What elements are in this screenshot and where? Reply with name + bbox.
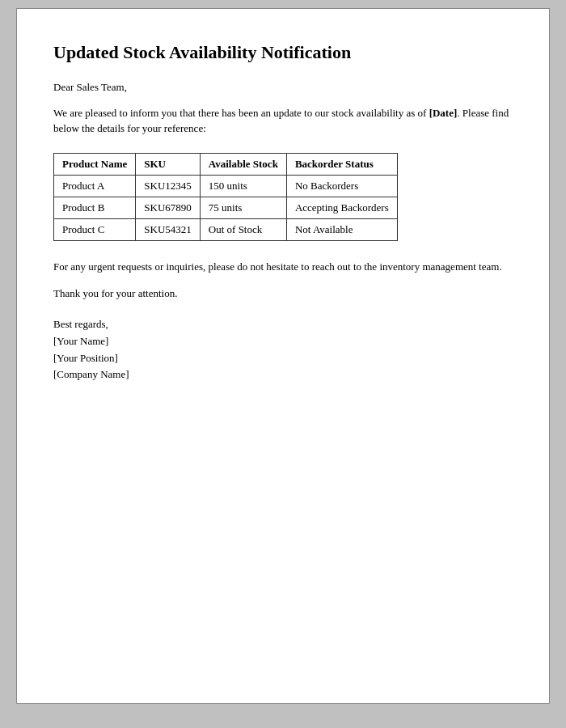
footer-paragraph: For any urgent requests or inquiries, pl…	[53, 259, 513, 275]
cell-product-name: Product B	[54, 197, 136, 218]
document-container: Updated Stock Availability Notification …	[16, 8, 550, 704]
signature-line-2: [Your Name]	[53, 333, 513, 350]
cell-backorder-status: Not Available	[286, 218, 397, 240]
table-header-row: Product Name SKU Available Stock Backord…	[54, 153, 398, 175]
cell-available-stock: Out of Stock	[200, 218, 286, 240]
col-header-backorder-status: Backorder Status	[286, 153, 397, 175]
cell-product-name: Product A	[54, 175, 136, 197]
cell-product-name: Product C	[54, 218, 136, 240]
signature-line-4: [Company Name]	[53, 366, 513, 383]
cell-backorder-status: Accepting Backorders	[286, 197, 397, 218]
document-title: Updated Stock Availability Notification	[53, 41, 513, 65]
signature-line-3: [Your Position]	[53, 350, 513, 367]
col-header-sku: SKU	[136, 153, 201, 175]
cell-sku: SKU67890	[136, 197, 201, 218]
signature-block: Best regards, [Your Name] [Your Position…	[53, 316, 513, 383]
cell-sku: SKU54321	[136, 218, 201, 240]
table-row: Product A SKU12345 150 units No Backorde…	[54, 175, 398, 197]
intro-paragraph: We are pleased to inform you that there …	[53, 105, 513, 137]
cell-available-stock: 75 units	[200, 197, 286, 218]
col-header-product-name: Product Name	[54, 153, 136, 175]
thank-you-text: Thank you for your attention.	[53, 287, 513, 300]
cell-backorder-status: No Backorders	[286, 175, 397, 197]
signature-line-1: Best regards,	[53, 316, 513, 333]
table-row: Product B SKU67890 75 units Accepting Ba…	[54, 197, 398, 218]
cell-available-stock: 150 units	[200, 175, 286, 197]
table-row: Product C SKU54321 Out of Stock Not Avai…	[54, 218, 398, 240]
col-header-available-stock: Available Stock	[200, 153, 286, 175]
greeting-text: Dear Sales Team,	[53, 81, 513, 94]
stock-table: Product Name SKU Available Stock Backord…	[53, 153, 398, 241]
cell-sku: SKU12345	[136, 175, 201, 197]
date-placeholder: [Date]	[429, 107, 458, 119]
